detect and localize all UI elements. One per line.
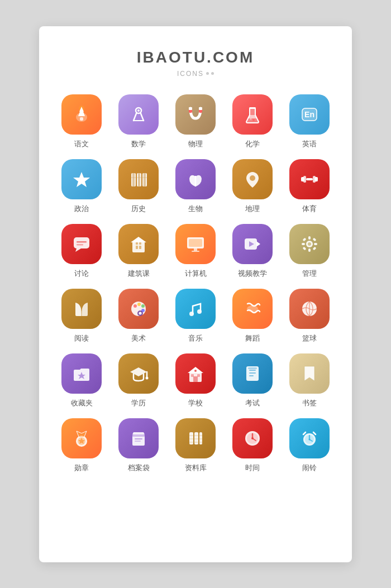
icon-item-taolun[interactable]: 讨论 xyxy=(56,224,107,279)
icon-item-dili[interactable]: 地理 xyxy=(227,159,278,214)
icon-box-shipinjiaoxue xyxy=(232,224,273,264)
icon-item-ziliaoku[interactable]: 资料库 xyxy=(170,418,221,473)
icons-grid: 语文 数学 物理 化学 En 英语 政治 xyxy=(56,94,335,473)
svg-rect-39 xyxy=(139,246,141,249)
icon-box-kaoshi xyxy=(232,353,273,394)
svg-rect-94 xyxy=(189,432,193,444)
icon-item-lanqiu[interactable]: 篮球 xyxy=(284,289,335,343)
svg-point-66 xyxy=(139,312,142,314)
icon-label-wudao: 舞蹈 xyxy=(245,333,260,343)
svg-rect-96 xyxy=(199,432,202,444)
svg-rect-12 xyxy=(189,107,192,110)
icons-label: ICONS xyxy=(177,70,214,78)
icon-label-wuli: 物理 xyxy=(188,139,203,149)
svg-rect-58 xyxy=(312,246,316,250)
svg-rect-23 xyxy=(138,173,140,187)
icon-item-yingyu[interactable]: En 英语 xyxy=(284,94,335,149)
svg-rect-95 xyxy=(194,432,198,444)
icon-item-wudao[interactable]: 舞蹈 xyxy=(227,289,278,343)
icon-item-shipinjiaoxue[interactable]: 视频教学 xyxy=(227,224,278,279)
dot2 xyxy=(211,72,214,75)
svg-rect-35 xyxy=(77,244,83,246)
icon-item-xunzhang[interactable]: 勋章 xyxy=(56,418,107,473)
icon-item-shoucang[interactable]: 收藏夹 xyxy=(56,353,107,408)
svg-rect-4 xyxy=(80,117,83,121)
svg-rect-34 xyxy=(77,241,87,243)
svg-text:En: En xyxy=(304,110,314,119)
svg-marker-19 xyxy=(73,172,90,187)
icon-item-kaoshi[interactable]: 考试 xyxy=(227,353,278,408)
icon-label-dili: 地理 xyxy=(245,204,260,214)
icon-box-tiyu xyxy=(289,159,330,199)
svg-rect-52 xyxy=(308,248,311,252)
svg-point-104 xyxy=(251,437,254,439)
icon-item-shujian[interactable]: 书签 xyxy=(284,353,335,408)
icon-label-jianzhuke: 建筑课 xyxy=(128,269,150,279)
icon-box-yuedu xyxy=(61,289,102,329)
svg-rect-78 xyxy=(193,376,198,382)
icon-item-shuxue[interactable]: 数学 xyxy=(113,94,164,149)
svg-point-9 xyxy=(137,109,140,112)
icon-item-wuli[interactable]: 物理 xyxy=(170,94,221,149)
icon-label-shijian: 时间 xyxy=(245,463,260,473)
svg-rect-40 xyxy=(136,242,138,245)
icon-label-xunzhang: 勋章 xyxy=(74,463,89,473)
icon-box-lanqiu xyxy=(289,289,330,329)
icon-item-yinyue[interactable]: 音乐 xyxy=(170,289,221,343)
svg-line-111 xyxy=(313,432,316,434)
icon-item-xueli[interactable]: 学历 xyxy=(113,353,164,408)
svg-rect-56 xyxy=(312,237,316,241)
icon-item-jisuanji[interactable]: 计算机 xyxy=(170,224,221,279)
svg-rect-44 xyxy=(194,248,197,251)
icon-item-naoling[interactable]: 闹铃 xyxy=(284,418,335,473)
icon-box-huaxue xyxy=(232,94,273,135)
icon-box-shuxue xyxy=(118,94,159,135)
site-title: IBAOTU.COM xyxy=(137,49,254,66)
svg-point-68 xyxy=(197,309,202,314)
svg-rect-85 xyxy=(249,375,254,376)
svg-rect-80 xyxy=(191,374,194,377)
icon-label-ziliaoku: 资料库 xyxy=(185,463,207,473)
svg-rect-31 xyxy=(313,176,316,183)
icon-item-guanli[interactable]: 管理 xyxy=(284,224,335,279)
icon-item-huaxue[interactable]: 化学 xyxy=(227,94,278,149)
icon-box-dili xyxy=(232,159,273,199)
icon-item-yuedu[interactable]: 阅读 xyxy=(56,289,107,343)
icon-label-tiyu: 体育 xyxy=(302,204,317,214)
icon-box-taolun xyxy=(61,224,102,264)
icon-box-shoucang xyxy=(61,353,102,394)
icon-label-shujian: 书签 xyxy=(302,398,317,408)
icon-item-shijian[interactable]: 时间 xyxy=(227,418,278,473)
svg-point-50 xyxy=(308,242,311,246)
icon-label-yinyue: 音乐 xyxy=(188,333,203,343)
icon-item-danganbao[interactable]: 档案袋 xyxy=(113,418,164,473)
svg-point-62 xyxy=(137,303,141,306)
icon-item-lishi[interactable]: 历史 xyxy=(113,159,164,214)
svg-point-27 xyxy=(250,175,255,181)
svg-marker-73 xyxy=(130,367,147,376)
icon-item-zhengzhi[interactable]: 政治 xyxy=(56,159,107,214)
icon-item-shengwu[interactable]: 生物 xyxy=(170,159,221,214)
svg-rect-14 xyxy=(249,107,256,109)
icon-item-tiyu[interactable]: 体育 xyxy=(284,159,335,214)
icon-box-ziliaoku xyxy=(175,418,216,458)
svg-marker-37 xyxy=(131,237,146,242)
svg-rect-38 xyxy=(136,246,138,249)
icon-item-jianzhuke[interactable]: 建筑课 xyxy=(113,224,164,279)
icon-box-xuexiao xyxy=(175,353,216,394)
svg-rect-91 xyxy=(132,434,145,437)
svg-rect-57 xyxy=(302,246,306,250)
icon-label-huaxue: 化学 xyxy=(245,139,260,149)
svg-rect-30 xyxy=(303,176,306,183)
svg-rect-33 xyxy=(74,237,89,248)
icon-item-xuexiao[interactable]: 学校 xyxy=(170,353,221,408)
svg-marker-47 xyxy=(256,241,260,247)
icon-item-yuwen[interactable]: 语文 xyxy=(56,94,107,149)
icon-box-lishi xyxy=(118,159,159,199)
svg-point-75 xyxy=(146,376,149,379)
icon-item-meishu[interactable]: 美术 xyxy=(113,289,164,343)
icon-label-yuwen: 语文 xyxy=(74,139,89,149)
main-card: IBAOTU.COM ICONS 语文 数学 物理 xyxy=(39,26,352,562)
icon-label-yuedu: 阅读 xyxy=(74,333,89,343)
svg-rect-83 xyxy=(249,370,256,371)
